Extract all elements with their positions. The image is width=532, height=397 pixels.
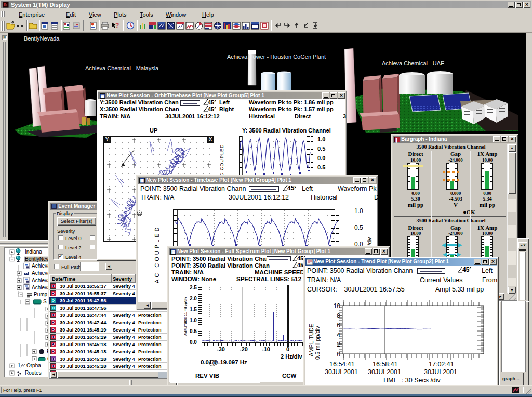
svg-text:Pump: Pump — [34, 292, 48, 297]
svg-text:Achieva Chemical - Malaysia: Achieva Chemical - Malaysia — [85, 65, 159, 71]
svg-text:?: ? — [115, 22, 119, 29]
svg-text:S: S — [43, 299, 47, 305]
svg-text:Achieva Power - Houston CoGen: Achieva Power - Houston CoGen Plant — [227, 54, 326, 60]
svg-text:BentlyNevada: BentlyNevada — [24, 35, 60, 42]
svg-text:1: 1 — [18, 363, 21, 368]
svg-text:Indiana: Indiana — [25, 249, 42, 255]
svg-text:Achieva Chemical - UAE: Achieva Chemical - UAE — [382, 60, 444, 67]
svg-text:Routes: Routes — [25, 370, 42, 376]
svg-text:Orpha: Orpha — [26, 363, 41, 368]
